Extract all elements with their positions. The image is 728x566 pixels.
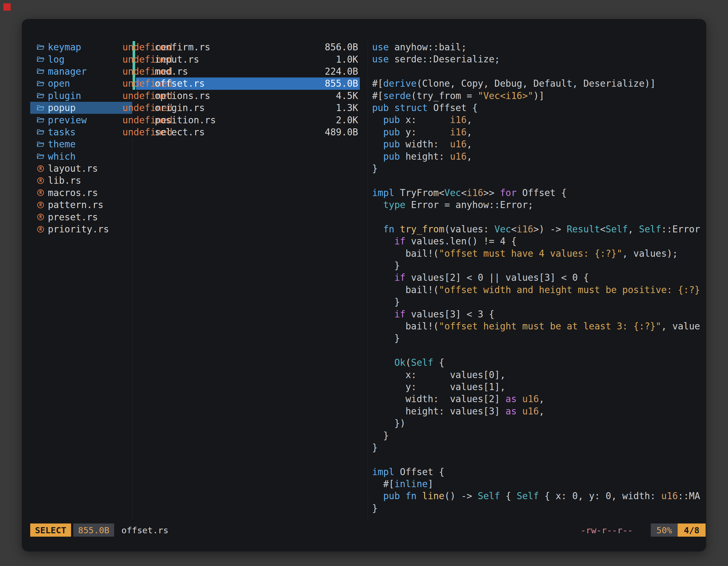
- dir-item-which[interactable]: which: [30, 151, 132, 163]
- code-line: impl TryFrom<Vec<i16>> for Offset {: [372, 187, 704, 199]
- folder-open-icon: [36, 67, 45, 76]
- rust-file-icon: undefined: [143, 79, 152, 88]
- dir-item-tasks[interactable]: tasks: [30, 126, 132, 138]
- yazi-file-manager-window: keymaplogmanageropenpluginpopuppreviewta…: [22, 19, 706, 551]
- code-line: pub struct Offset {: [372, 102, 704, 114]
- file-item-lib-rs[interactable]: Rlib.rs: [30, 175, 132, 187]
- file-item-layout-rs[interactable]: Rlayout.rs: [30, 163, 132, 175]
- item-size: 855.0B: [325, 78, 358, 89]
- item-label: select.rs: [155, 127, 205, 138]
- code-line: bail!("offset must have 4 values: {:?}",…: [372, 248, 704, 260]
- rust-file-icon: R: [36, 213, 45, 221]
- item-size: 224.0B: [325, 66, 358, 77]
- item-label: plugin: [48, 90, 81, 101]
- code-line: #[serde(try_from = "Vec<i16>")]: [372, 90, 704, 102]
- svg-text:R: R: [39, 227, 42, 232]
- status-bar-right: -rw-r--r-- 50% 4/8: [581, 523, 706, 537]
- file-item-position-rs[interactable]: undefinedposition.rs2.0K: [136, 114, 360, 126]
- item-label: log: [48, 54, 65, 65]
- item-size: 489.0B: [325, 127, 358, 138]
- folder-open-icon: [36, 91, 45, 100]
- dir-item-open[interactable]: open: [30, 78, 132, 90]
- item-label: lib.rs: [48, 175, 81, 186]
- dir-item-plugin[interactable]: plugin: [30, 90, 132, 102]
- item-label: offset.rs: [155, 78, 205, 89]
- code-line: }: [372, 502, 704, 514]
- code-line: height: values[3] as u16,: [372, 405, 704, 417]
- item-label: priority.rs: [48, 224, 109, 235]
- code-line: }: [372, 260, 704, 272]
- rust-file-icon: undefined: [143, 116, 152, 124]
- file-item-mod-rs[interactable]: undefinedmod.rs224.0B: [136, 65, 360, 78]
- svg-text:R: R: [39, 178, 42, 183]
- file-item-preset-rs[interactable]: Rpreset.rs: [30, 211, 132, 223]
- item-size: 1.0K: [336, 54, 358, 65]
- rust-file-icon: undefined: [143, 55, 152, 64]
- rust-file-icon: undefined: [143, 43, 152, 51]
- item-label: position.rs: [155, 115, 216, 126]
- code-line: if values.len() != 4 {: [372, 235, 704, 247]
- file-item-origin-rs[interactable]: undefinedorigin.rs1.3K: [136, 102, 360, 114]
- item-label: input.rs: [155, 54, 199, 65]
- code-line: #[inline]: [372, 478, 704, 490]
- code-line: x: values[0],: [372, 369, 704, 381]
- dir-item-manager[interactable]: manager: [30, 65, 132, 78]
- rust-file-icon: undefined: [143, 128, 152, 136]
- dir-item-popup[interactable]: popup: [30, 102, 132, 114]
- rust-file-icon: R: [36, 225, 45, 234]
- item-size: 2.0K: [336, 115, 358, 126]
- file-preview-pane: use anyhow::bail;use serde::Deserialize;…: [372, 41, 704, 514]
- file-item-confirm-rs[interactable]: undefinedconfirm.rs856.0B: [136, 41, 360, 53]
- svg-text:R: R: [39, 215, 42, 220]
- file-item-pattern-rs[interactable]: Rpattern.rs: [30, 199, 132, 211]
- code-line: bail!("offset width and height must be p…: [372, 284, 704, 296]
- rust-file-icon: R: [36, 201, 45, 209]
- svg-text:R: R: [39, 203, 42, 208]
- folder-open-icon: [36, 79, 45, 88]
- dir-item-keymap[interactable]: keymap: [30, 41, 132, 53]
- status-bar: SELECT 855.0B offset.rs -rw-r--r-- 50% 4…: [30, 523, 706, 537]
- code-line: type Error = anyhow::Error;: [372, 199, 704, 211]
- code-line: use serde::Deserialize;: [372, 53, 704, 65]
- item-label: manager: [48, 66, 87, 77]
- code-line: pub y: i16,: [372, 126, 704, 138]
- code-line: impl Offset {: [372, 466, 704, 478]
- code-line: pub x: i16,: [372, 114, 704, 126]
- rust-file-icon: R: [36, 177, 45, 185]
- folder-open-icon: [36, 43, 45, 51]
- item-label: pattern.rs: [48, 200, 104, 210]
- item-label: preview: [48, 115, 87, 126]
- dir-item-theme[interactable]: theme: [30, 138, 132, 150]
- file-item-select-rs[interactable]: undefinedselect.rs489.0B: [136, 126, 360, 138]
- folder-open-icon: [36, 116, 45, 124]
- code-line: pub fn line() -> Self { Self { x: 0, y: …: [372, 490, 704, 502]
- code-line: [372, 65, 704, 78]
- file-item-input-rs[interactable]: undefinedinput.rs1.0K: [136, 53, 360, 65]
- item-label: which: [48, 151, 76, 162]
- dir-item-log[interactable]: log: [30, 53, 132, 65]
- file-item-options-rs[interactable]: undefinedoptions.rs4.5K: [136, 90, 360, 102]
- rust-file-icon: R: [36, 165, 45, 173]
- file-item-priority-rs[interactable]: Rpriority.rs: [30, 223, 132, 235]
- scroll-percent-badge: 50%: [651, 523, 678, 537]
- code-line: y: values[1],: [372, 381, 704, 393]
- code-line: [372, 211, 704, 223]
- code-line: }): [372, 417, 704, 429]
- file-item-macros-rs[interactable]: Rmacros.rs: [30, 187, 132, 199]
- status-bar-left: SELECT 855.0B offset.rs: [30, 523, 168, 537]
- item-label: macros.rs: [48, 187, 98, 198]
- rust-file-icon: undefined: [143, 91, 152, 100]
- dir-item-preview[interactable]: preview: [30, 114, 132, 126]
- item-label: keymap: [48, 42, 81, 53]
- item-label: preset.rs: [48, 212, 98, 223]
- item-label: options.rs: [155, 90, 210, 101]
- item-size: 856.0B: [325, 42, 358, 53]
- item-label: tasks: [48, 127, 76, 138]
- item-size: 4.5K: [336, 90, 358, 101]
- item-label: popup: [48, 102, 76, 113]
- file-item-offset-rs[interactable]: undefinedoffset.rs855.0B: [136, 78, 360, 90]
- folder-open-icon: [36, 55, 45, 64]
- rust-file-icon: undefined: [143, 104, 152, 112]
- code-line: if values[2] < 0 || values[3] < 0 {: [372, 272, 704, 283]
- item-label: mod.rs: [155, 66, 188, 77]
